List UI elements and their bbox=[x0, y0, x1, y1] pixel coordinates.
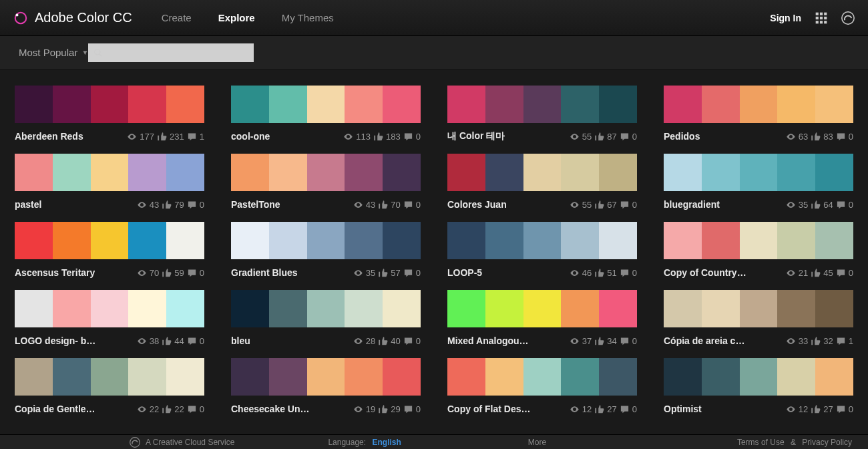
theme-card[interactable]: Ascensus Teritary70590 bbox=[15, 222, 204, 279]
theme-title: Cheesecake Un… bbox=[231, 404, 310, 414]
swatch bbox=[166, 154, 204, 191]
eye-icon bbox=[137, 268, 147, 278]
swatch-row bbox=[15, 290, 204, 327]
theme-meta: Copy of Flat Des…12270 bbox=[447, 402, 637, 416]
nav-explore[interactable]: Explore bbox=[218, 12, 255, 23]
swatch bbox=[128, 358, 166, 396]
eye-icon bbox=[570, 132, 580, 142]
theme-card[interactable]: Copy of Country…21450 bbox=[664, 222, 853, 279]
swatch-row bbox=[664, 222, 853, 259]
theme-stats: 1772311 bbox=[127, 132, 204, 142]
swatch bbox=[345, 290, 383, 327]
theme-meta: Pedidos63830 bbox=[664, 130, 853, 143]
swatch bbox=[383, 290, 421, 327]
eye-icon bbox=[786, 268, 796, 278]
swatch-row bbox=[231, 154, 421, 191]
swatch bbox=[485, 222, 523, 259]
thumb-up-icon bbox=[378, 404, 388, 414]
theme-card[interactable]: LOGO design- b…38440 bbox=[15, 290, 204, 347]
comment-icon bbox=[187, 268, 197, 278]
stat-likes: 183 bbox=[373, 132, 401, 142]
creative-cloud-icon bbox=[130, 437, 140, 448]
swatch bbox=[599, 222, 637, 259]
swatch bbox=[664, 358, 702, 396]
sign-in-button[interactable]: Sign In bbox=[770, 13, 801, 23]
stat-views: 22 bbox=[137, 404, 159, 414]
theme-card[interactable]: Colores Juan55670 bbox=[447, 154, 637, 211]
footer-more[interactable]: More bbox=[528, 438, 546, 447]
thumb-up-icon bbox=[162, 268, 172, 278]
thumb-up-icon bbox=[594, 268, 604, 278]
stat-likes: 27 bbox=[594, 404, 616, 414]
theme-stats: 55670 bbox=[570, 200, 637, 210]
swatch bbox=[128, 222, 166, 259]
theme-meta: LOOP-546510 bbox=[447, 266, 637, 279]
terms-link[interactable]: Terms of Use bbox=[737, 438, 785, 447]
footer-ccs-label: A Creative Cloud Service bbox=[146, 438, 234, 447]
header: Adobe Color CC Create Explore My Themes … bbox=[0, 0, 868, 36]
swatch bbox=[15, 222, 53, 259]
theme-card[interactable]: Pedidos63830 bbox=[664, 86, 853, 143]
stat-likes: 32 bbox=[811, 336, 833, 346]
swatch bbox=[561, 222, 599, 259]
search-input[interactable] bbox=[88, 43, 254, 62]
logo[interactable]: Adobe Color CC bbox=[13, 10, 132, 25]
footer-legal: Terms of Use & Privacy Policy bbox=[737, 438, 852, 447]
stat-comments: 0 bbox=[620, 404, 637, 414]
nav-my-themes[interactable]: My Themes bbox=[282, 12, 334, 23]
eye-icon bbox=[570, 404, 580, 414]
theme-card[interactable]: pastel43790 bbox=[15, 154, 204, 211]
swatch bbox=[231, 290, 269, 327]
theme-card[interactable]: cool-one1131830 bbox=[231, 86, 421, 143]
theme-meta: bleu28400 bbox=[231, 334, 421, 347]
stat-likes: 45 bbox=[811, 268, 833, 278]
theme-card[interactable]: bleu28400 bbox=[231, 290, 421, 347]
theme-card[interactable]: Copia de Gentle…22220 bbox=[15, 358, 204, 416]
swatch bbox=[91, 222, 129, 259]
thumb-up-icon bbox=[594, 132, 604, 142]
stat-views: 12 bbox=[570, 404, 592, 414]
creative-cloud-icon[interactable] bbox=[841, 11, 855, 25]
theme-meta: Ascensus Teritary70590 bbox=[15, 266, 204, 279]
nav-create[interactable]: Create bbox=[162, 12, 192, 23]
stat-likes: 44 bbox=[162, 336, 184, 346]
theme-card[interactable]: bluegradient35640 bbox=[664, 154, 853, 211]
stat-likes: 29 bbox=[378, 404, 400, 414]
theme-card[interactable]: Aberdeen Reds1772311 bbox=[15, 86, 204, 143]
stat-likes: 40 bbox=[378, 336, 400, 346]
swatch bbox=[664, 290, 702, 327]
theme-meta: pastel43790 bbox=[15, 198, 204, 211]
theme-title: Copy of Country… bbox=[664, 267, 746, 278]
stat-views: 12 bbox=[786, 404, 808, 414]
swatch bbox=[383, 222, 421, 259]
theme-card[interactable]: Copy of Flat Des…12270 bbox=[447, 358, 637, 416]
theme-card[interactable]: PastelTone43700 bbox=[231, 154, 421, 211]
theme-title: PastelTone bbox=[231, 199, 280, 210]
theme-card[interactable]: Mixed Analogou…37340 bbox=[447, 290, 637, 347]
thumb-up-icon bbox=[594, 404, 604, 414]
theme-card[interactable]: Optimist12270 bbox=[664, 358, 853, 416]
stat-likes: 59 bbox=[162, 268, 184, 278]
swatch bbox=[523, 86, 562, 123]
swatch bbox=[777, 358, 815, 396]
swatch bbox=[815, 222, 853, 259]
theme-title: Aberdeen Reds bbox=[15, 131, 83, 142]
theme-card[interactable]: LOOP-546510 bbox=[447, 222, 637, 279]
comment-icon bbox=[836, 132, 846, 142]
language-selector[interactable]: Language: English bbox=[328, 438, 401, 447]
thumb-up-icon bbox=[378, 268, 388, 278]
stat-likes: 231 bbox=[157, 132, 184, 142]
theme-card[interactable]: Cheesecake Un…19290 bbox=[231, 358, 421, 416]
theme-stats: 35640 bbox=[786, 200, 853, 210]
theme-title: cool-one bbox=[231, 131, 270, 142]
swatch-row bbox=[15, 154, 204, 191]
swatch bbox=[269, 222, 307, 259]
apps-grid-icon[interactable] bbox=[815, 11, 828, 25]
theme-card[interactable]: Cópia de areia c…33321 bbox=[664, 290, 853, 347]
theme-card[interactable]: Gradient Blues35570 bbox=[231, 222, 421, 279]
swatch bbox=[702, 154, 740, 191]
theme-card[interactable]: 내 Color 테마55870 bbox=[447, 86, 637, 143]
sort-dropdown[interactable]: Most Popular ▼ bbox=[19, 47, 88, 58]
eye-icon bbox=[137, 404, 147, 414]
privacy-link[interactable]: Privacy Policy bbox=[802, 438, 852, 447]
